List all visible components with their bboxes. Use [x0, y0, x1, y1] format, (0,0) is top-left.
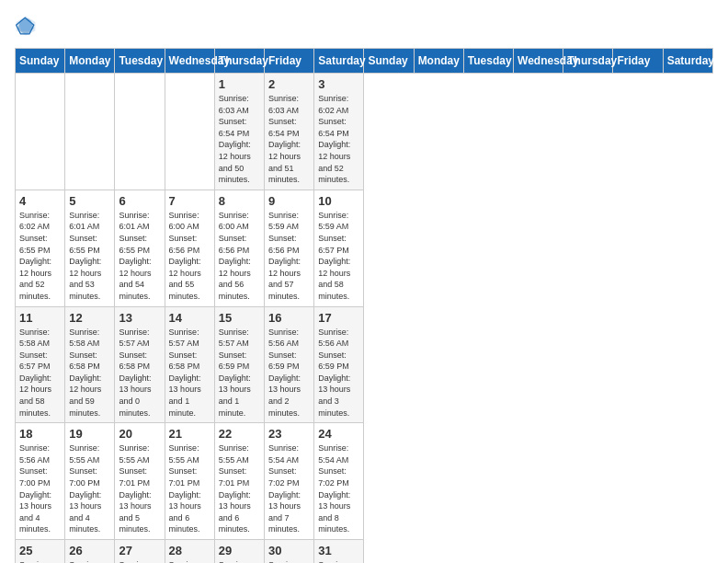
day-number: 30	[268, 544, 310, 557]
calendar-cell: 1Sunrise: 6:03 AM Sunset: 6:54 PM Daylig…	[214, 74, 264, 190]
header-monday: Monday	[65, 49, 115, 74]
day-info: Sunrise: 5:57 AM Sunset: 6:59 PM Dayligh…	[219, 327, 260, 419]
day-info: Sunrise: 5:53 AM Sunset: 7:05 PM Dayligh…	[318, 559, 359, 563]
header-thursday: Thursday	[214, 49, 264, 74]
day-info: Sunrise: 5:54 AM Sunset: 7:02 PM Dayligh…	[268, 442, 310, 535]
calendar-week-4: 18Sunrise: 5:56 AM Sunset: 7:00 PM Dayli…	[16, 423, 713, 540]
day-number: 22	[219, 427, 260, 441]
header-friday: Friday	[265, 49, 314, 74]
day-info: Sunrise: 5:54 AM Sunset: 7:02 PM Dayligh…	[318, 442, 359, 535]
day-info: Sunrise: 5:57 AM Sunset: 6:58 PM Dayligh…	[119, 327, 160, 419]
day-number: 7	[169, 194, 210, 208]
day-info: Sunrise: 5:54 AM Sunset: 7:03 PM Dayligh…	[19, 559, 61, 563]
day-info: Sunrise: 5:55 AM Sunset: 7:01 PM Dayligh…	[169, 442, 210, 535]
calendar-cell: 9Sunrise: 5:59 AM Sunset: 6:56 PM Daylig…	[265, 190, 314, 306]
header-saturday: Saturday	[663, 49, 712, 74]
day-number: 15	[219, 311, 260, 325]
day-number: 5	[69, 194, 110, 208]
day-info: Sunrise: 5:55 AM Sunset: 7:00 PM Dayligh…	[69, 442, 110, 535]
calendar-cell: 16Sunrise: 5:56 AM Sunset: 6:59 PM Dayli…	[265, 306, 314, 423]
day-info: Sunrise: 5:55 AM Sunset: 7:01 PM Dayligh…	[219, 442, 260, 535]
day-info: Sunrise: 5:56 AM Sunset: 6:59 PM Dayligh…	[318, 327, 359, 419]
header-thursday: Thursday	[563, 49, 613, 74]
calendar-cell: 18Sunrise: 5:56 AM Sunset: 7:00 PM Dayli…	[16, 423, 65, 540]
calendar-cell: 8Sunrise: 6:00 AM Sunset: 6:56 PM Daylig…	[214, 190, 264, 306]
day-info: Sunrise: 6:02 AM Sunset: 6:54 PM Dayligh…	[318, 93, 359, 186]
day-number: 3	[318, 77, 359, 91]
day-number: 12	[69, 311, 110, 325]
day-number: 25	[19, 544, 61, 557]
day-info: Sunrise: 5:55 AM Sunset: 7:01 PM Dayligh…	[119, 442, 160, 535]
calendar-cell	[16, 74, 65, 190]
calendar-cell: 27Sunrise: 5:54 AM Sunset: 7:03 PM Dayli…	[115, 540, 165, 564]
calendar-week-5: 25Sunrise: 5:54 AM Sunset: 7:03 PM Dayli…	[16, 540, 713, 564]
calendar-week-3: 11Sunrise: 5:58 AM Sunset: 6:57 PM Dayli…	[16, 306, 713, 423]
calendar-cell	[165, 74, 214, 190]
calendar-cell: 13Sunrise: 5:57 AM Sunset: 6:58 PM Dayli…	[115, 306, 165, 423]
calendar-cell: 11Sunrise: 5:58 AM Sunset: 6:57 PM Dayli…	[16, 306, 65, 423]
calendar-table: SundayMondayTuesdayWednesdayThursdayFrid…	[15, 48, 713, 563]
day-number: 14	[169, 311, 210, 325]
day-number: 26	[69, 544, 110, 557]
day-info: Sunrise: 5:56 AM Sunset: 6:59 PM Dayligh…	[268, 327, 310, 419]
day-info: Sunrise: 5:53 AM Sunset: 7:04 PM Dayligh…	[219, 559, 260, 563]
day-number: 28	[169, 544, 210, 557]
calendar-cell: 14Sunrise: 5:57 AM Sunset: 6:58 PM Dayli…	[165, 306, 214, 423]
day-number: 10	[318, 194, 359, 208]
calendar-cell: 26Sunrise: 5:54 AM Sunset: 7:03 PM Dayli…	[65, 540, 115, 564]
calendar-cell: 28Sunrise: 5:53 AM Sunset: 7:04 PM Dayli…	[165, 540, 214, 564]
calendar-cell: 2Sunrise: 6:03 AM Sunset: 6:54 PM Daylig…	[265, 74, 314, 190]
day-info: Sunrise: 5:59 AM Sunset: 6:56 PM Dayligh…	[268, 210, 310, 303]
calendar-cell	[65, 74, 115, 190]
calendar-cell: 5Sunrise: 6:01 AM Sunset: 6:55 PM Daylig…	[65, 190, 115, 306]
calendar-cell: 15Sunrise: 5:57 AM Sunset: 6:59 PM Dayli…	[214, 306, 264, 423]
day-number: 13	[119, 311, 160, 325]
day-info: Sunrise: 5:54 AM Sunset: 7:03 PM Dayligh…	[69, 559, 110, 563]
day-number: 8	[219, 194, 260, 208]
day-info: Sunrise: 6:01 AM Sunset: 6:55 PM Dayligh…	[69, 210, 110, 303]
calendar-cell: 21Sunrise: 5:55 AM Sunset: 7:01 PM Dayli…	[165, 423, 214, 540]
day-info: Sunrise: 5:59 AM Sunset: 6:57 PM Dayligh…	[318, 210, 359, 303]
header-wednesday: Wednesday	[165, 49, 214, 74]
day-number: 21	[169, 427, 210, 441]
day-number: 6	[119, 194, 160, 208]
day-info: Sunrise: 6:03 AM Sunset: 6:54 PM Dayligh…	[268, 93, 310, 186]
day-number: 9	[268, 194, 310, 208]
day-number: 4	[19, 194, 61, 208]
calendar-cell: 4Sunrise: 6:02 AM Sunset: 6:55 PM Daylig…	[16, 190, 65, 306]
logo	[15, 15, 40, 37]
day-info: Sunrise: 5:57 AM Sunset: 6:58 PM Dayligh…	[169, 327, 210, 419]
day-info: Sunrise: 5:54 AM Sunset: 7:03 PM Dayligh…	[119, 559, 160, 563]
day-number: 24	[318, 427, 359, 441]
day-info: Sunrise: 6:00 AM Sunset: 6:56 PM Dayligh…	[219, 210, 260, 303]
header-tuesday: Tuesday	[115, 49, 165, 74]
calendar-cell: 25Sunrise: 5:54 AM Sunset: 7:03 PM Dayli…	[16, 540, 65, 564]
calendar-cell: 30Sunrise: 5:53 AM Sunset: 7:05 PM Dayli…	[265, 540, 314, 564]
day-info: Sunrise: 6:02 AM Sunset: 6:55 PM Dayligh…	[19, 210, 61, 303]
calendar-cell: 23Sunrise: 5:54 AM Sunset: 7:02 PM Dayli…	[265, 423, 314, 540]
day-number: 23	[268, 427, 310, 441]
header-wednesday: Wednesday	[514, 49, 563, 74]
day-number: 31	[318, 544, 359, 557]
day-number: 2	[268, 77, 310, 91]
header-monday: Monday	[414, 49, 463, 74]
day-number: 11	[19, 311, 61, 325]
calendar-cell: 12Sunrise: 5:58 AM Sunset: 6:58 PM Dayli…	[65, 306, 115, 423]
calendar-cell: 24Sunrise: 5:54 AM Sunset: 7:02 PM Dayli…	[314, 423, 364, 540]
calendar-cell: 3Sunrise: 6:02 AM Sunset: 6:54 PM Daylig…	[314, 74, 364, 190]
day-info: Sunrise: 6:00 AM Sunset: 6:56 PM Dayligh…	[169, 210, 210, 303]
day-info: Sunrise: 6:01 AM Sunset: 6:55 PM Dayligh…	[119, 210, 160, 303]
day-number: 18	[19, 427, 61, 441]
calendar-cell: 29Sunrise: 5:53 AM Sunset: 7:04 PM Dayli…	[214, 540, 264, 564]
day-number: 1	[219, 77, 260, 91]
calendar-cell: 6Sunrise: 6:01 AM Sunset: 6:55 PM Daylig…	[115, 190, 165, 306]
day-number: 27	[119, 544, 160, 557]
header-tuesday: Tuesday	[463, 49, 513, 74]
calendar-cell: 17Sunrise: 5:56 AM Sunset: 6:59 PM Dayli…	[314, 306, 364, 423]
calendar-week-2: 4Sunrise: 6:02 AM Sunset: 6:55 PM Daylig…	[16, 190, 713, 306]
calendar-cell: 10Sunrise: 5:59 AM Sunset: 6:57 PM Dayli…	[314, 190, 364, 306]
header-friday: Friday	[613, 49, 663, 74]
calendar-cell: 31Sunrise: 5:53 AM Sunset: 7:05 PM Dayli…	[314, 540, 364, 564]
day-info: Sunrise: 6:03 AM Sunset: 6:54 PM Dayligh…	[219, 93, 260, 186]
header-sunday: Sunday	[364, 49, 414, 74]
